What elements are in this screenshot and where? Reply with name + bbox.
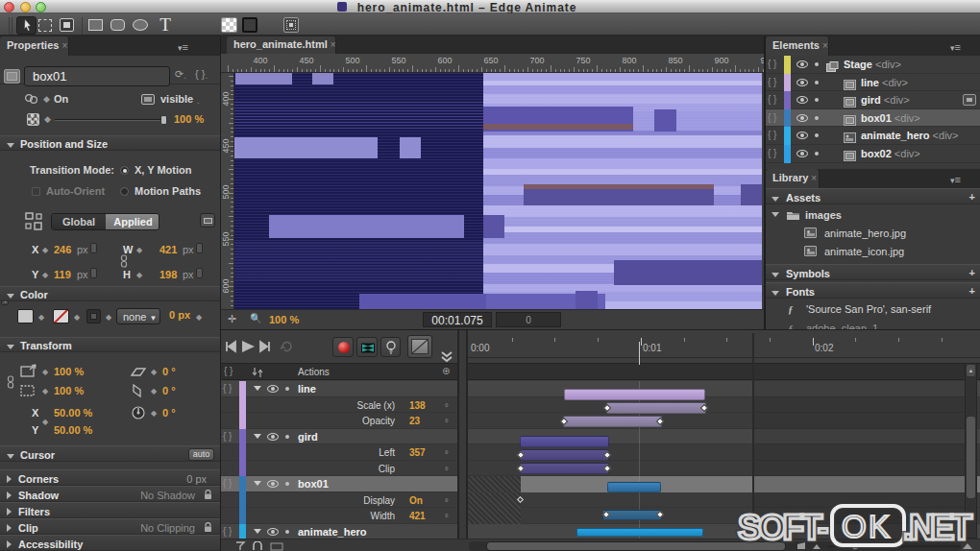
svg-text:SOFT-: SOFT- — [738, 508, 829, 547]
svg-text:OK: OK — [842, 509, 890, 544]
svg-text:.NET: .NET — [903, 508, 972, 547]
